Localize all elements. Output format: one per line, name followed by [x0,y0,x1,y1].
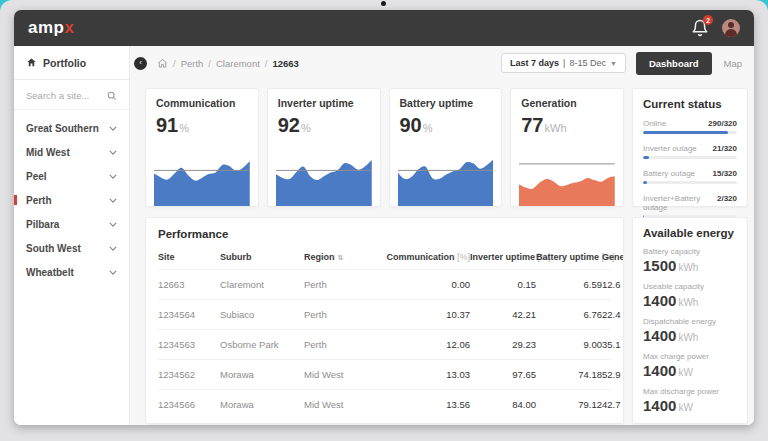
region-label: South West [26,243,81,254]
status-label: Battery outage [643,169,695,178]
sidebar-region-item[interactable]: Mid West [14,140,129,164]
status-progress-track [643,131,737,134]
dashboard-button[interactable]: Dashboard [636,52,712,75]
energy-value: 1400kWh [643,327,737,344]
status-progress-fill [643,156,649,159]
chevron-down-icon: ▼ [610,60,617,67]
breadcrumb-claremont[interactable]: Claremont [216,58,260,69]
energy-unit: kWh [678,332,698,343]
sparkline-area-chart [154,152,250,206]
region-label: Mid West [26,147,70,158]
table-cell: 42.7 [602,399,621,410]
status-value: 21/320 [713,144,737,153]
main-area: ‹ / Perth / Claremont / 12663 Last 7 day… [130,46,754,425]
chevron-down-icon [109,222,117,227]
table-cell: Osborne Park [220,339,304,350]
table-cell: 1234562 [158,369,220,380]
energy-label: Max discharge power [643,387,737,396]
table-row[interactable]: 12663ClaremontPerth0.000.156.5912.6 [158,269,611,299]
kpi-card: Communication 91% [145,88,259,207]
chevron-down-icon [109,198,117,203]
breadcrumb-separator: / [265,58,268,69]
sidebar-region-item[interactable]: Wheatbelt [14,260,129,284]
performance-card: Performance SiteSuburbRegion⇅Communicati… [145,217,624,424]
status-value: 15/320 [713,169,737,178]
breadcrumb-home-icon[interactable] [157,58,168,69]
table-body: 12663ClaremontPerth0.000.156.5912.612345… [158,269,611,419]
sidebar-region-item[interactable]: Peel [14,164,129,188]
sidebar-region-item[interactable]: Perth [14,188,129,212]
chevron-down-icon [109,126,117,131]
sidebar-region-item[interactable]: South West [14,236,129,260]
sparkline-area-chart [519,152,615,206]
ampx-logo: ampx [28,18,74,38]
table-header-row: SiteSuburbRegion⇅Communication [%]Invert… [158,249,611,269]
energy-item: Battery capacity 1500kWh [643,247,737,274]
table-row[interactable]: 1234563Osborne ParkPerth12.0629.239.0035… [158,329,611,359]
table-cell: Morawa [220,399,304,410]
table-row[interactable]: 1234566MorawaMid West13.5684.0079.1242.7 [158,389,611,419]
kpi-title: Battery uptime [400,97,492,109]
table-cell: Mid West [304,399,374,410]
sparkline-area-chart [276,152,372,206]
home-icon [26,57,37,68]
table-row[interactable]: 1234562MorawaMid West13.0397.6574.1852.9 [158,359,611,389]
breadcrumb-perth[interactable]: Perth [181,58,204,69]
status-progress-track [643,156,737,159]
toolbar: ‹ / Perth / Claremont / 12663 Last 7 day… [130,46,754,80]
sidebar-region-item[interactable]: Pilbara [14,212,129,236]
sidebar-region-item[interactable]: Great Southern [14,116,129,140]
column-header: Site [158,252,220,262]
sidebar-collapse-button[interactable]: ‹ [134,57,147,70]
table-cell: 13.56 [374,399,470,410]
table-cell: 12.6 [602,279,621,290]
column-header: Communication [%] [374,252,470,262]
table-row[interactable]: 1234564SubiacoPerth10.3742.216.7622.4 [158,299,611,329]
table-cell: 0.15 [470,279,536,290]
status-value: 2/320 [717,194,737,203]
kpi-title: Inverter uptime [278,97,370,109]
available-energy-card: Available energy Battery capacity 1500kW… [632,217,748,424]
region-label: Wheatbelt [26,267,74,278]
current-status-title: Current status [643,98,737,110]
date-range-value: 8-15 Dec [569,58,606,68]
map-button[interactable]: Map [724,58,742,69]
camera-dot [381,1,386,6]
top-bar: ampx 2 [14,10,754,46]
region-nav: Great Southern Mid West Peel Perth Pilba… [14,110,129,290]
energy-label: Useable capacity [643,282,737,291]
kpi-title: Generation [521,97,613,109]
region-label: Peel [26,171,47,182]
current-status-card: Current status Online 290/320 Inverter o… [632,88,748,207]
kpi-card: Inverter uptime 92% [267,88,381,207]
sort-icon[interactable]: ⇅ [338,254,344,262]
table-cell: 97.65 [470,369,536,380]
status-label: Inverter+Battery outage [643,194,717,212]
search-input[interactable] [26,90,106,101]
status-row: Online 290/320 [643,119,737,134]
sidebar-item-portfolio[interactable]: Portfolio [14,46,129,80]
column-header[interactable]: Region⇅ [304,252,374,262]
energy-label: Battery capacity [643,247,737,256]
breadcrumb-current: 12663 [272,58,298,69]
kpi-card: Battery uptime 90% [389,88,503,207]
kpi-unit: kWh [545,122,567,134]
column-header[interactable]: Generation [kWh]⇅ [602,252,624,262]
energy-unit: kW [678,402,692,413]
notifications-button[interactable]: 2 [691,19,709,37]
column-header: Inverter uptime [%] [470,252,536,262]
status-label: Online [643,119,666,128]
performance-title: Performance [158,228,611,240]
table-cell: 84.00 [470,399,536,410]
energy-item: Useable capacity 1400kWh [643,282,737,309]
date-range-separator: | [563,58,565,68]
energy-value: 1400kWh [643,292,737,309]
kpi-card: Generation 77kWh [510,88,624,207]
date-range-selector[interactable]: Last 7 days | 8-15 Dec ▼ [501,53,626,73]
breadcrumb-separator: / [208,58,211,69]
status-label: Inverter outage [643,144,697,153]
kpi-title: Communication [156,97,248,109]
table-cell: Claremont [220,279,304,290]
app-window: ampx 2 Portfolio [14,10,754,425]
user-avatar[interactable] [722,19,740,37]
